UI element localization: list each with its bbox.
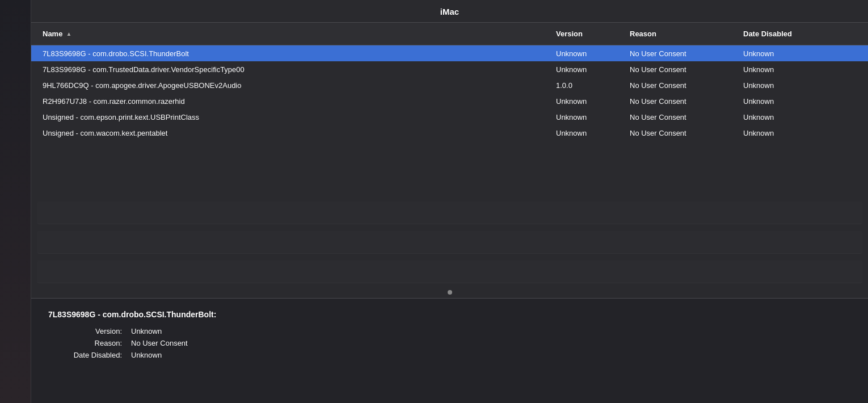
table-row[interactable]: 9HL766DC9Q - com.apogee.driver.ApogeeUSB… [31,77,868,93]
empty-row-1 [37,202,862,224]
cell-version: Unknown [556,49,630,58]
cell-reason: No User Consent [630,49,743,58]
table-row[interactable]: Unsigned - com.epson.print.kext.USBPrint… [31,109,868,125]
main-content: iMac Name ▲ Version Reason Date Disabled… [31,0,868,403]
cell-name: Unsigned - com.epson.print.kext.USBPrint… [31,113,556,121]
cell-reason: No User Consent [630,81,743,90]
cell-version: Unknown [556,97,630,106]
scroll-dot [448,290,452,295]
col-date-header[interactable]: Date Disabled [743,30,868,38]
cell-date: Unknown [743,113,868,121]
scroll-indicator [31,287,868,298]
cell-name: Unsigned - com.wacom.kext.pentablet [31,129,556,137]
table-section: Name ▲ Version Reason Date Disabled 7L83… [31,22,868,298]
detail-field-label: Version: [48,327,122,335]
detail-field: Date Disabled: Unknown [48,351,851,359]
cell-reason: No User Consent [630,97,743,106]
empty-rows [31,198,868,287]
cell-reason: No User Consent [630,113,743,121]
detail-fields: Version: Unknown Reason: No User Consent… [48,327,851,359]
empty-row-2 [37,231,862,254]
detail-section: 7L83S9698G - com.drobo.SCSI.ThunderBolt:… [31,298,868,403]
table-row[interactable]: 7L83S9698G - com.TrustedData.driver.Vend… [31,61,868,77]
detail-field-value: Unknown [131,327,162,335]
cell-date: Unknown [743,81,868,90]
col-reason-header[interactable]: Reason [630,30,743,38]
cell-date: Unknown [743,129,868,137]
detail-field-label: Reason: [48,339,122,347]
detail-field-value: No User Consent [131,339,188,347]
table-row[interactable]: R2H967U7J8 - com.razer.common.razerhid U… [31,93,868,109]
cell-date: Unknown [743,49,868,58]
cell-name: R2H967U7J8 - com.razer.common.razerhid [31,97,556,106]
cell-name: 9HL766DC9Q - com.apogee.driver.ApogeeUSB… [31,81,556,90]
detail-field-label: Date Disabled: [48,351,122,359]
detail-title: 7L83S9698G - com.drobo.SCSI.ThunderBolt: [48,310,851,319]
cell-version: Unknown [556,113,630,121]
detail-field: Version: Unknown [48,327,851,335]
col-date-label: Date Disabled [743,30,792,38]
cell-version: 1.0.0 [556,81,630,90]
cell-date: Unknown [743,97,868,106]
cell-reason: No User Consent [630,129,743,137]
title-text: iMac [440,7,459,16]
cell-reason: No User Consent [630,65,743,74]
table-row[interactable]: Unsigned - com.wacom.kext.pentablet Unkn… [31,125,868,141]
col-version-label: Version [556,30,583,38]
cell-name: 7L83S9698G - com.TrustedData.driver.Vend… [31,65,556,74]
cell-date: Unknown [743,65,868,74]
table-row[interactable]: 7L83S9698G - com.drobo.SCSI.ThunderBolt … [31,45,868,61]
table-body[interactable]: 7L83S9698G - com.drobo.SCSI.ThunderBolt … [31,45,868,198]
detail-field: Reason: No User Consent [48,339,851,347]
cell-version: Unknown [556,65,630,74]
cell-version: Unknown [556,129,630,137]
detail-field-value: Unknown [131,351,162,359]
col-name-label: Name [43,30,62,38]
col-name-header[interactable]: Name ▲ [31,30,556,38]
col-reason-label: Reason [630,30,656,38]
window-title: iMac [31,0,868,22]
col-version-header[interactable]: Version [556,30,630,38]
sidebar [0,0,31,403]
table-header: Name ▲ Version Reason Date Disabled [31,23,868,45]
empty-row-3 [37,261,862,283]
cell-name: 7L83S9698G - com.drobo.SCSI.ThunderBolt [31,49,556,58]
sort-arrow-icon: ▲ [66,31,71,37]
